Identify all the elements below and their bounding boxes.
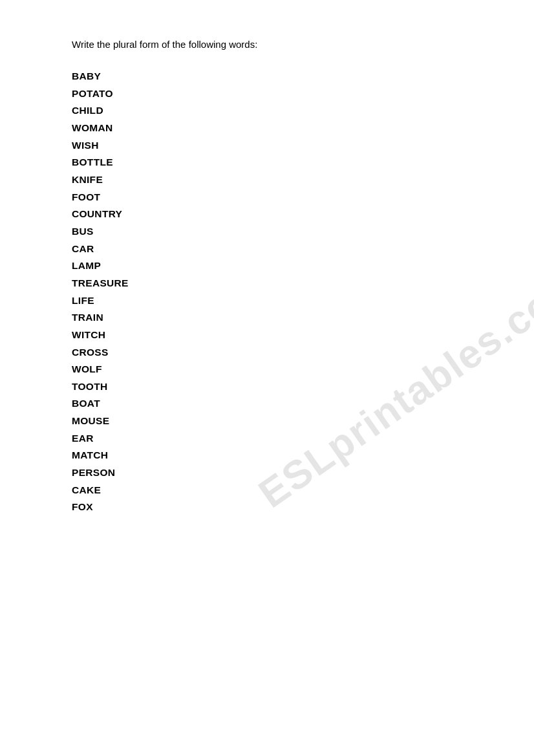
list-item: PERSON xyxy=(72,464,462,482)
list-item: WITCH xyxy=(72,327,462,344)
list-item: CHILD xyxy=(72,102,462,120)
list-item: TREASURE xyxy=(72,275,462,292)
list-item: BABY xyxy=(72,68,462,85)
list-item: WOLF xyxy=(72,361,462,378)
list-item: MOUSE xyxy=(72,413,462,430)
list-item: CAR xyxy=(72,241,462,258)
list-item: COUNTRY xyxy=(72,206,462,223)
list-item: POTATO xyxy=(72,85,462,103)
list-item: BUS xyxy=(72,223,462,241)
list-item: WISH xyxy=(72,137,462,155)
list-item: TRAIN xyxy=(72,309,462,327)
list-item: MATCH xyxy=(72,447,462,464)
list-item: FOOT xyxy=(72,189,462,206)
list-item: BOAT xyxy=(72,395,462,413)
list-item: KNIFE xyxy=(72,171,462,189)
list-item: EAR xyxy=(72,430,462,448)
instruction-text: Write the plural form of the following w… xyxy=(72,39,462,50)
list-item: CROSS xyxy=(72,344,462,362)
list-item: WOMAN xyxy=(72,120,462,137)
list-item: LAMP xyxy=(72,257,462,275)
list-item: BOTTLE xyxy=(72,154,462,171)
list-item: FOX xyxy=(72,499,462,516)
list-item: CAKE xyxy=(72,482,462,499)
worksheet-page: Write the plural form of the following w… xyxy=(0,0,534,756)
list-item: TOOTH xyxy=(72,378,462,396)
list-item: LIFE xyxy=(72,292,462,310)
word-list: BABYPOTATOCHILDWOMANWISHBOTTLEKNIFEFOOTC… xyxy=(72,68,462,516)
